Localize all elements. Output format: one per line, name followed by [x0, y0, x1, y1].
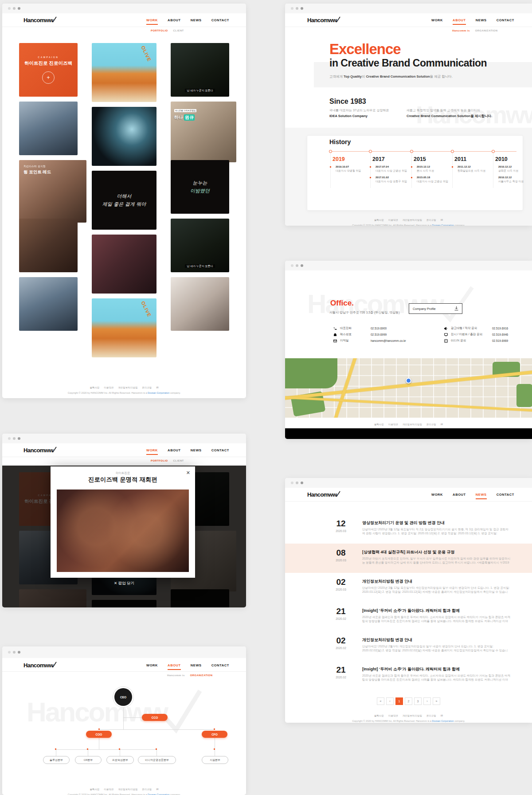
nav-contact[interactable]: CONTACT: [211, 18, 229, 25]
news-list-item[interactable]: 21 2020.02 [Insight] ‘두꺼비 소주’가 돌아왔다. 캐릭터…: [285, 661, 532, 690]
nav-news[interactable]: NEWS: [476, 493, 487, 499]
footer-link[interactable]: IR: [441, 714, 443, 717]
timeline-node[interactable]: [410, 150, 413, 153]
org-node-dept[interactable]: 솔루션본부: [43, 756, 70, 764]
doosan-link[interactable]: Doosan Corporation: [148, 793, 169, 795]
news-title[interactable]: 개인정보처리방침 변경 안내: [362, 579, 412, 584]
footer-link[interactable]: 이용약관: [388, 714, 398, 717]
page-number-1[interactable]: 1: [395, 697, 403, 705]
footer-link[interactable]: 윤리규정: [142, 788, 152, 791]
footer-link[interactable]: 필독사항: [374, 219, 384, 221]
footer-link[interactable]: 이용약관: [388, 423, 398, 426]
window-control-dot[interactable]: [296, 264, 298, 267]
window-control-dot[interactable]: [296, 7, 298, 10]
page-number-3[interactable]: 3: [414, 697, 422, 705]
footer-link[interactable]: 윤리규정: [426, 714, 436, 717]
portfolio-item-city[interactable]: [19, 277, 78, 331]
org-node-cco[interactable]: CCO: [142, 714, 168, 721]
nav-contact[interactable]: CONTACT: [497, 493, 514, 499]
org-node-dept[interactable]: 미디어운영전문본부: [138, 756, 176, 764]
timeline-node[interactable]: [451, 150, 454, 153]
nav-about[interactable]: ABOUT: [453, 18, 466, 25]
footer-link[interactable]: IR: [441, 219, 443, 221]
news-list-item[interactable]: 21 2020.02 [Insight] ‘두꺼비 소주’가 돌아왔다. 캐릭터…: [285, 602, 532, 631]
news-title[interactable]: 영상정보처리기기 운영 및 관리 방침 변경 안내: [362, 520, 445, 526]
portfolio-item-campaign[interactable]: CAMPAIGN 하이트진로 진로이즈백 +: [19, 43, 78, 97]
footer-link[interactable]: 필독사항: [374, 714, 384, 717]
portfolio-item-city[interactable]: [19, 102, 78, 155]
org-node-cfo[interactable]: CFO: [202, 731, 227, 738]
portfolio-item-bar-scene[interactable]: [92, 235, 156, 294]
portfolio-item-hana-bank[interactable]: 하나은행 스마트폰뱅킹 하나 원큐: [171, 102, 236, 162]
footer-link[interactable]: 필독사항: [90, 788, 99, 791]
doosan-link[interactable]: Doosan Corporation: [432, 224, 454, 226]
footer-link[interactable]: IR: [156, 386, 159, 389]
subnav-hancomm-is[interactable]: Hancomm is: [452, 29, 470, 32]
nav-about[interactable]: ABOUT: [453, 493, 466, 499]
contact-value[interactable]: hancomm@hancomm.co.kr: [371, 339, 406, 342]
footer-link[interactable]: IR: [156, 788, 159, 791]
nav-about[interactable]: ABOUT: [168, 448, 181, 455]
news-list-item[interactable]: 12 2020.03 영상정보처리기기 운영 및 관리 방침 변경 안내 안녕하…: [285, 514, 532, 544]
footer-link[interactable]: 윤리규정: [426, 219, 436, 221]
window-control-dot[interactable]: [8, 7, 11, 10]
page-number-2[interactable]: 2: [405, 697, 412, 705]
news-title[interactable]: 개인정보처리방침 변경 안내: [362, 637, 412, 643]
subnav-client[interactable]: CLIENT: [173, 29, 184, 32]
window-control-dot[interactable]: [8, 437, 11, 440]
page-last-button[interactable]: »: [433, 697, 440, 705]
footer-link[interactable]: 개인정보처리방침: [118, 788, 137, 791]
portfolio-item-lighthouse[interactable]: OLIVE: [92, 43, 156, 102]
window-control-dot[interactable]: [301, 482, 303, 484]
footer-link[interactable]: 필독사항: [90, 386, 99, 389]
nav-news[interactable]: NEWS: [191, 18, 202, 25]
portfolio-item-interior[interactable]: [19, 219, 78, 272]
plus-icon[interactable]: +: [42, 71, 55, 84]
portfolio-item-calligraphy[interactable]: 더해서 제일 좋은 걸게 뭐야: [92, 171, 156, 230]
portfolio-item-portrait[interactable]: [171, 277, 229, 331]
news-list-item[interactable]: 02 2020.02 개인정보처리방침 변경 안내 안녕하세요! 2020년 2…: [285, 631, 532, 661]
window-control-dot[interactable]: [18, 7, 20, 10]
org-node-dept[interactable]: 지원본부: [202, 756, 228, 764]
nav-contact[interactable]: CONTACT: [211, 448, 229, 455]
portfolio-item-phone-drama[interactable]: 난 네가 누군지 모른다: [171, 43, 229, 97]
popup-close-button[interactable]: ✕ 팝업 닫기: [2, 581, 246, 586]
window-control-dot[interactable]: [291, 7, 293, 10]
timeline-node[interactable]: [329, 150, 332, 153]
window-control-dot[interactable]: [301, 7, 303, 10]
portfolio-item-phone-drama[interactable]: 난 네가 누군지 모른다: [171, 219, 229, 272]
popup-video-still[interactable]: [57, 490, 189, 572]
nav-about[interactable]: ABOUT: [168, 18, 181, 25]
office-map[interactable]: [285, 358, 532, 418]
nav-news[interactable]: NEWS: [476, 18, 487, 25]
hancomm-logo[interactable]: Hancomww: [307, 491, 341, 498]
window-control-dot[interactable]: [13, 437, 16, 440]
window-control-dot[interactable]: [18, 437, 20, 440]
close-icon[interactable]: ✕: [186, 470, 190, 476]
footer-link[interactable]: 이용약관: [104, 386, 113, 389]
nav-work[interactable]: WORK: [146, 448, 158, 455]
footer-link[interactable]: 개인정보처리방침: [403, 219, 422, 221]
news-list-item[interactable]: 02 2020.03 개인정보처리방침 변경 안내 안녕하세요! 2020년 3…: [285, 573, 532, 602]
footer-link[interactable]: 개인정보처리방침: [403, 714, 422, 717]
portfolio-item-abstract[interactable]: [92, 107, 156, 166]
news-title[interactable]: [상생협력 4대 실천규칙] 파트너사 선정 및 운용 규정: [362, 549, 455, 555]
org-node-dept[interactable]: CR본부: [75, 756, 102, 764]
subnav-portfolio[interactable]: PORTFOLIO: [151, 29, 168, 32]
company-profile-download-button[interactable]: Company Profile: [409, 303, 462, 314]
nav-work[interactable]: WORK: [431, 493, 443, 499]
subnav-portfolio[interactable]: PORTFOLIO: [151, 459, 168, 462]
footer-link[interactable]: IR: [441, 423, 443, 426]
hancomm-logo[interactable]: Hancomww: [23, 446, 57, 454]
footer-link[interactable]: 이용약관: [388, 219, 398, 221]
doosan-link[interactable]: Doosan Corporation: [432, 720, 454, 722]
window-control-dot[interactable]: [13, 7, 16, 10]
nav-work[interactable]: WORK: [431, 18, 443, 25]
portfolio-item-calligraphy[interactable]: 눈누는 이밤했던: [171, 160, 229, 214]
footer-link[interactable]: 윤리규정: [142, 386, 152, 389]
page-next-button[interactable]: ›: [423, 697, 431, 705]
org-node-ceo[interactable]: CEO: [114, 688, 132, 706]
news-list-item-highlighted[interactable]: 08 2020.03 [상생협력 4대 실천규칙] 파트너사 선정 및 운용 규…: [285, 544, 532, 573]
hancomm-logo[interactable]: Hancomww: [23, 16, 57, 23]
footer-link[interactable]: 개인정보처리방침: [118, 386, 137, 389]
